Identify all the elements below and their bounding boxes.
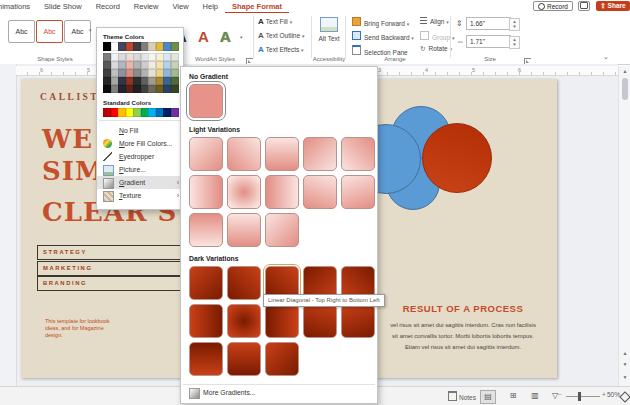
selection-pane-icon bbox=[352, 45, 361, 55]
ribbon: AbcAbcAbc ▾ Shape Styles Shape Fill ▾ A … bbox=[0, 13, 630, 65]
light-gradient-swatch-9[interactable] bbox=[303, 175, 337, 209]
light-gradient-swatch-2[interactable] bbox=[227, 137, 261, 171]
theme-variation-r2-c10[interactable] bbox=[171, 61, 179, 69]
light-gradient-swatch-8[interactable] bbox=[265, 175, 299, 209]
fill-menu-item-gradient[interactable]: Gradient› bbox=[97, 176, 183, 189]
theme-variation-r5-c10[interactable] bbox=[171, 85, 179, 93]
fill-menu-item-eyedropper[interactable]: Eyedropper bbox=[97, 150, 183, 163]
height-stepper[interactable]: ▲▼ bbox=[509, 18, 520, 31]
scrollbar-thumb[interactable] bbox=[622, 78, 628, 100]
fill-menu-item-picture[interactable]: Picture... bbox=[97, 163, 183, 176]
scroll-up-icon[interactable]: ▲ bbox=[621, 68, 629, 74]
theme-variation-r4-c10[interactable] bbox=[171, 77, 179, 85]
dark-gradient-swatch-9[interactable] bbox=[303, 304, 337, 338]
zoom-out-icon[interactable]: − bbox=[558, 391, 562, 398]
more-gradients-button[interactable]: More Gradients... bbox=[181, 386, 377, 399]
dark-gradient-swatch-6[interactable] bbox=[189, 304, 223, 338]
dark-variations-label: Dark Variations bbox=[181, 249, 377, 265]
dark-gradient-swatch-13[interactable] bbox=[265, 342, 299, 376]
notes-button[interactable]: Notes bbox=[448, 391, 476, 401]
send-backward-button[interactable]: Send Backward ▾ bbox=[352, 31, 414, 41]
light-gradient-swatch-13[interactable] bbox=[265, 213, 299, 247]
light-gradient-swatch-3[interactable] bbox=[265, 137, 299, 171]
shape-width-field[interactable]: 1.71"▲▼ bbox=[466, 35, 511, 48]
vertical-scrollbar[interactable]: ▲ ▲ ▼ ▼ bbox=[618, 66, 630, 386]
slide-result-title[interactable]: RESULT OF A PROCESS bbox=[368, 303, 558, 314]
tab-view[interactable]: View bbox=[165, 0, 195, 12]
shape-style-preset-1[interactable]: Abc bbox=[8, 20, 35, 43]
list-item-strategy[interactable]: STRATEGY bbox=[37, 245, 184, 260]
dark-gradient-swatch-2[interactable] bbox=[227, 266, 261, 300]
wordart-style-3[interactable]: A bbox=[220, 28, 231, 45]
reading-view-button[interactable]: ▥ bbox=[528, 390, 542, 402]
light-gradient-swatch-10[interactable] bbox=[341, 175, 375, 209]
wordart-style-2[interactable]: A bbox=[198, 28, 209, 45]
previous-slide-icon[interactable]: ▲ bbox=[621, 350, 629, 356]
dark-gradient-swatch-11[interactable] bbox=[189, 342, 223, 376]
slide-sorter-view-button[interactable]: ⊞ bbox=[506, 390, 520, 402]
gallery-more-icon[interactable]: ▾ bbox=[89, 27, 92, 33]
zoom-level[interactable]: 50% bbox=[607, 391, 620, 398]
shape-style-preset-2[interactable]: Abc bbox=[36, 20, 63, 43]
theme-color-10[interactable] bbox=[171, 42, 179, 51]
theme-variation-r3-c10[interactable] bbox=[171, 69, 179, 77]
slide-result-body[interactable]: vel risus sit amet dui sagittis interdum… bbox=[358, 320, 568, 353]
alt-text-button[interactable]: Alt Text bbox=[316, 17, 342, 42]
light-gradient-swatch-6[interactable] bbox=[189, 175, 223, 209]
shape-style-preset-3[interactable]: Abc bbox=[64, 20, 91, 43]
width-stepper[interactable]: ▲▼ bbox=[509, 36, 520, 49]
dark-gradient-swatch-12[interactable] bbox=[227, 342, 261, 376]
zoom-in-icon[interactable]: + bbox=[602, 391, 606, 398]
light-gradient-swatch-5[interactable] bbox=[341, 137, 375, 171]
text-outline-button[interactable]: AText Outline ▾ bbox=[258, 31, 304, 40]
list-item-branding[interactable]: BRANDING bbox=[37, 276, 184, 291]
standard-color-10[interactable] bbox=[171, 108, 179, 117]
text-fill-button[interactable]: AText Fill ▾ bbox=[258, 17, 292, 26]
gradient-submenu: No Gradient Light Variations Dark Variat… bbox=[180, 66, 378, 404]
scroll-down-icon[interactable]: ▼ bbox=[621, 374, 629, 380]
rotate-button[interactable]: ↻Rotate ▾ bbox=[420, 45, 452, 53]
light-gradient-swatch-1[interactable] bbox=[189, 137, 223, 171]
shape-height-field[interactable]: 1.66"▲▼ bbox=[466, 17, 511, 30]
text-effects-button[interactable]: AText Effects ▾ bbox=[258, 45, 304, 54]
comments-button[interactable] bbox=[578, 1, 590, 11]
light-gradient-swatch-12[interactable] bbox=[227, 213, 261, 247]
share-button[interactable]: ⇧ Share ▾ bbox=[596, 1, 630, 11]
bring-forward-button[interactable]: Bring Forward ▾ bbox=[352, 17, 409, 27]
normal-view-button[interactable]: ▤ bbox=[480, 390, 496, 404]
tab-record[interactable]: Record bbox=[89, 0, 127, 12]
group-label-arrange: Arrange bbox=[360, 56, 430, 62]
fill-menu-item-texture[interactable]: Texture› bbox=[97, 189, 183, 202]
red-circle[interactable] bbox=[422, 123, 492, 193]
next-slide-icon[interactable]: ▼ bbox=[621, 361, 629, 367]
dark-gradient-swatch-10[interactable] bbox=[341, 304, 375, 338]
dark-gradient-swatch-1[interactable] bbox=[189, 266, 223, 300]
light-gradient-swatch-7[interactable] bbox=[227, 175, 261, 209]
fill-menu-item-no-fill[interactable]: No Fill bbox=[97, 124, 183, 137]
align-button[interactable]: Align ▾ bbox=[420, 17, 449, 25]
list-item-marketing[interactable]: MARKETING bbox=[37, 261, 184, 276]
slide-note-text[interactable]: This template for lookbookideas, and for… bbox=[45, 318, 110, 339]
zoom-slider-thumb[interactable] bbox=[578, 392, 581, 401]
light-gradient-swatch-4[interactable] bbox=[303, 137, 337, 171]
fill-menu-item-more-fill-colors[interactable]: More Fill Colors... bbox=[97, 137, 183, 150]
tab-review[interactable]: Review bbox=[127, 0, 166, 12]
light-gradient-swatch-11[interactable] bbox=[189, 213, 223, 247]
no-gradient-swatch[interactable] bbox=[189, 84, 223, 118]
tab-help[interactable]: Help bbox=[196, 0, 225, 12]
headline-line-1[interactable]: WE bbox=[42, 124, 93, 154]
slide-thumbnail-panel[interactable] bbox=[0, 64, 17, 386]
wordart-gallery[interactable]: A A A ▾ bbox=[172, 26, 252, 54]
dark-gradient-swatch-7[interactable] bbox=[227, 304, 261, 338]
tab-slide-show[interactable]: Slide Show bbox=[37, 0, 89, 12]
record-button[interactable]: Record bbox=[533, 1, 573, 11]
collapse-ribbon-icon[interactable]: ⌄ bbox=[603, 53, 609, 61]
gallery-more-icon[interactable]: ▾ bbox=[240, 34, 243, 40]
theme-variation-r1-c10[interactable] bbox=[171, 53, 179, 61]
tab-shape-format[interactable]: Shape Format bbox=[225, 0, 289, 14]
fit-slide-to-window-icon[interactable] bbox=[619, 391, 630, 402]
dark-gradient-swatch-8[interactable] bbox=[265, 304, 299, 338]
selection-pane-button[interactable]: Selection Pane bbox=[352, 45, 408, 56]
zoom-slider-track[interactable] bbox=[566, 396, 600, 397]
tab-animations[interactable]: Animations bbox=[0, 0, 37, 12]
